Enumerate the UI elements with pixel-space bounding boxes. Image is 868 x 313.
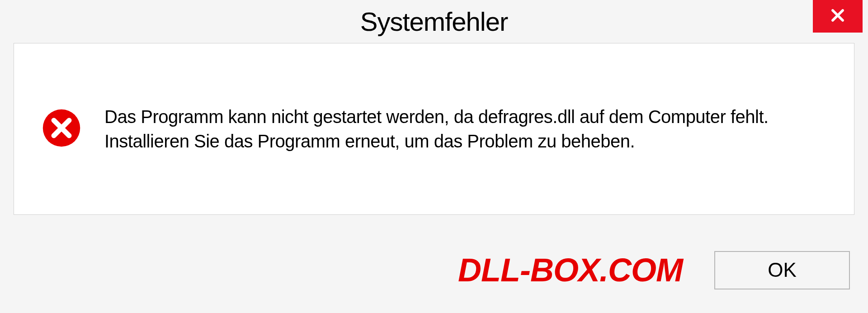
ok-button-label: OK (768, 259, 797, 281)
close-button[interactable] (813, 0, 863, 33)
title-bar: Systemfehler (0, 0, 868, 43)
dialog-footer: DLL-BOX.COM OK (0, 227, 868, 313)
error-message: Das Programm kann nicht gestartet werden… (104, 104, 827, 153)
ok-button[interactable]: OK (714, 251, 850, 289)
message-panel: Das Programm kann nicht gestartet werden… (14, 43, 854, 215)
error-icon (41, 108, 82, 150)
error-dialog: Systemfehler Das Programm kann nicht ges… (0, 0, 868, 313)
watermark-text: DLL-BOX.COM (458, 251, 683, 289)
close-icon (829, 7, 846, 26)
dialog-title: Systemfehler (360, 6, 508, 37)
